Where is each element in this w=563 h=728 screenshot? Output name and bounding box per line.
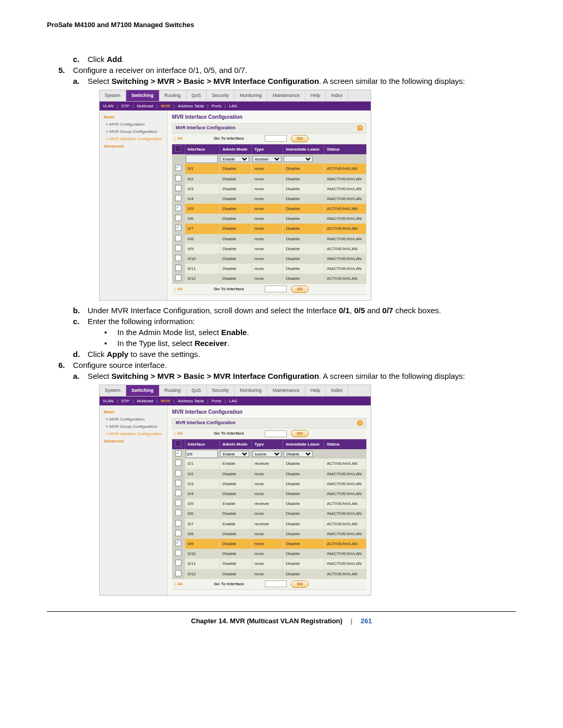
select-all-checkbox[interactable] bbox=[172, 439, 185, 449]
sidebar-mvr-interface-config[interactable]: » MVR Interface Configuration bbox=[106, 135, 165, 143]
row-checkbox[interactable] bbox=[175, 165, 181, 171]
row-checkbox[interactable] bbox=[175, 540, 181, 546]
top-tab[interactable]: Monitoring bbox=[235, 90, 267, 101]
filter-top: | All Go To Interface GO bbox=[172, 428, 366, 440]
top-tab[interactable]: Maintenance bbox=[267, 385, 305, 396]
row-checkbox[interactable] bbox=[175, 215, 181, 221]
select-admin-mode[interactable]: Enable bbox=[220, 156, 249, 162]
sub-tab[interactable]: STP bbox=[121, 399, 129, 403]
top-tab[interactable]: Maintenance bbox=[267, 90, 305, 101]
top-tab[interactable]: Index bbox=[326, 385, 348, 396]
row-checkbox[interactable] bbox=[175, 175, 181, 181]
input-interface[interactable] bbox=[186, 155, 218, 163]
sub-tab[interactable]: MVR bbox=[161, 399, 170, 403]
sub-tab[interactable]: Ports bbox=[212, 399, 222, 403]
all-link[interactable]: All bbox=[177, 430, 182, 436]
row-checkbox[interactable] bbox=[175, 265, 181, 271]
sub-tab[interactable]: STP bbox=[121, 104, 129, 108]
select-admin-mode[interactable]: Enable bbox=[220, 451, 249, 457]
table-row: 0/12DisablenoneDisableACTIVE/InVLAN bbox=[172, 569, 366, 579]
config-bar: MVR Interface Configuration ? bbox=[172, 418, 366, 428]
sub-tab[interactable]: LAG bbox=[229, 104, 237, 108]
goto-input[interactable] bbox=[265, 430, 287, 437]
row-checkbox[interactable] bbox=[175, 560, 181, 566]
sidebar-mvr-config[interactable]: » MVR Configuration bbox=[106, 416, 165, 423]
table-row: 0/3DisablenoneDisableINACTIVE/InVLAN bbox=[172, 184, 366, 194]
top-tab[interactable]: Index bbox=[326, 90, 348, 101]
row-checkbox[interactable] bbox=[175, 530, 181, 536]
top-tab[interactable]: Security bbox=[207, 385, 235, 396]
top-tab[interactable]: System bbox=[100, 385, 126, 396]
row-checkbox[interactable] bbox=[175, 255, 181, 261]
go-button-bottom[interactable]: GO bbox=[291, 581, 309, 588]
sidebar-head-advanced[interactable]: Advanced bbox=[104, 438, 165, 445]
top-tab[interactable]: QoS bbox=[187, 90, 207, 101]
select-type[interactable]: receiver bbox=[252, 156, 282, 162]
row-checkbox[interactable] bbox=[175, 245, 181, 251]
row-checkbox[interactable] bbox=[175, 225, 181, 231]
goto-input-bottom[interactable] bbox=[265, 581, 287, 587]
sub-tab[interactable]: Multicast bbox=[137, 104, 154, 108]
sidebar-head-advanced[interactable]: Advanced bbox=[104, 143, 165, 150]
sub-tab[interactable]: Multicast bbox=[137, 399, 154, 403]
help-icon[interactable]: ? bbox=[357, 420, 363, 426]
help-icon[interactable]: ? bbox=[357, 125, 363, 131]
row-checkbox[interactable] bbox=[175, 550, 181, 556]
sub-tabs: VLAN | STP | Multicast | MVR | Address T… bbox=[100, 102, 371, 110]
top-tab[interactable]: Monitoring bbox=[235, 385, 267, 396]
top-tab[interactable]: Help bbox=[305, 385, 326, 396]
top-tab[interactable]: Routing bbox=[160, 90, 187, 101]
sidebar-mvr-config[interactable]: » MVR Configuration bbox=[106, 121, 165, 128]
step-5a: a. Select Switching > MVR > Basic > MVR … bbox=[73, 76, 516, 87]
sub-tab[interactable]: Address Table bbox=[178, 399, 204, 403]
top-tab[interactable]: Routing bbox=[160, 385, 187, 396]
row-checkbox[interactable] bbox=[175, 480, 181, 486]
sub-tab[interactable]: Ports bbox=[212, 104, 222, 108]
row-checkbox[interactable] bbox=[175, 510, 181, 516]
row-checkbox[interactable] bbox=[175, 185, 181, 191]
sidebar-head-basic[interactable]: Basic bbox=[104, 409, 165, 416]
row-checkbox[interactable] bbox=[175, 205, 181, 211]
table-row: 0/4DisablenoneDisableINACTIVE/InVLAN bbox=[172, 194, 366, 204]
select-immediate-leave[interactable]: Disable bbox=[284, 451, 313, 457]
col-interface: Interface bbox=[185, 439, 220, 449]
top-tab[interactable]: Security bbox=[207, 90, 235, 101]
sub-tab[interactable]: VLAN bbox=[103, 399, 114, 403]
go-button[interactable]: GO bbox=[291, 430, 309, 438]
sub-tab[interactable]: Address Table bbox=[178, 104, 204, 108]
goto-input[interactable] bbox=[265, 135, 287, 142]
go-button[interactable]: GO bbox=[291, 135, 309, 143]
all-link-bottom[interactable]: All bbox=[177, 286, 182, 292]
top-tab[interactable]: Switching bbox=[126, 385, 160, 396]
all-link-bottom[interactable]: All bbox=[177, 581, 182, 587]
select-all-checkbox[interactable] bbox=[172, 144, 185, 154]
sidebar-mvr-group-config[interactable]: » MVR Group Configuration bbox=[106, 128, 165, 135]
top-tab[interactable]: Help bbox=[305, 90, 326, 101]
sub-tab[interactable]: MVR bbox=[161, 104, 170, 108]
row-checkbox[interactable] bbox=[175, 235, 181, 241]
go-button-bottom[interactable]: GO bbox=[291, 286, 309, 293]
sub-tab[interactable]: VLAN bbox=[103, 104, 114, 108]
top-tab[interactable]: System bbox=[100, 90, 126, 101]
row-checkbox[interactable] bbox=[175, 460, 181, 466]
table-row: 0/8DisablenoneDisableINACTIVE/InVLAN bbox=[172, 529, 366, 539]
input-interface[interactable] bbox=[186, 450, 218, 458]
row-checkbox[interactable] bbox=[175, 570, 181, 576]
sub-tab[interactable]: LAG bbox=[229, 399, 237, 403]
goto-input-bottom[interactable] bbox=[265, 286, 287, 292]
sidebar-mvr-group-config[interactable]: » MVR Group Configuration bbox=[106, 423, 165, 430]
select-immediate-leave[interactable] bbox=[284, 156, 313, 162]
row-checkbox[interactable] bbox=[175, 490, 181, 496]
row-checkbox[interactable] bbox=[175, 275, 181, 281]
top-tab[interactable]: QoS bbox=[187, 385, 207, 396]
row-checkbox[interactable] bbox=[175, 195, 181, 201]
row-checkbox[interactable] bbox=[175, 470, 181, 476]
select-type[interactable]: source bbox=[252, 451, 282, 457]
row-checkbox[interactable] bbox=[175, 450, 181, 456]
row-checkbox[interactable] bbox=[175, 500, 181, 506]
all-link[interactable]: All bbox=[177, 135, 182, 141]
sidebar-head-basic[interactable]: Basic bbox=[104, 114, 165, 121]
sidebar-mvr-interface-config[interactable]: » MVR Interface Configuration bbox=[106, 430, 165, 438]
row-checkbox[interactable] bbox=[175, 520, 181, 526]
top-tab[interactable]: Switching bbox=[126, 90, 160, 101]
